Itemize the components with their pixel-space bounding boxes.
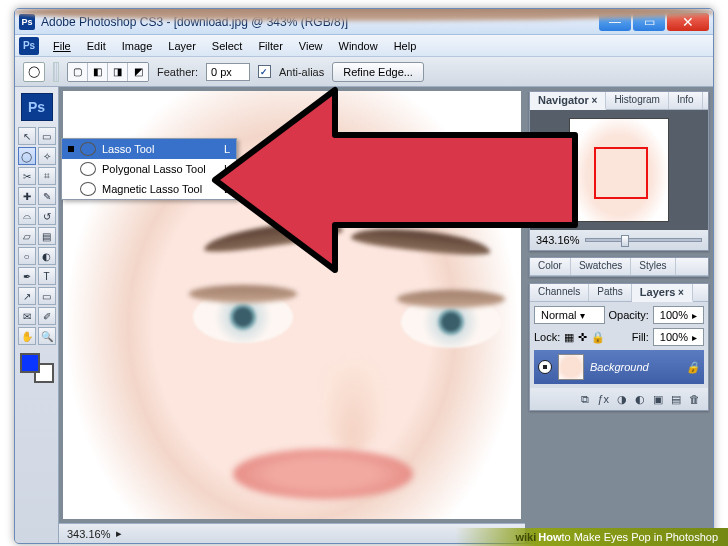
lock-icon: 🔒 [686,361,700,374]
eyedropper-tool[interactable]: ✐ [38,307,56,325]
opacity-label: Opacity: [609,309,649,321]
fill-label: Fill: [632,331,649,343]
toolbox: Ps ↖ ▭ ◯ ✧ ✂ ⌗ ✚ ✎ ⌓ ↺ ▱ ▤ ○ ◐ ✒ T ↗ ▭ ✉ [15,87,59,543]
tab-channels[interactable]: Channels [530,284,589,301]
menu-edit[interactable]: Edit [79,38,114,54]
anti-alias-checkbox[interactable]: ✓ [258,65,271,78]
menu-filter[interactable]: Filter [250,38,290,54]
feather-input[interactable]: 0 px [206,63,250,81]
zoom-slider[interactable] [585,238,702,242]
sel-int[interactable]: ◩ [128,63,148,81]
panel-dock: Navigator × Histogram Info 343.16% Color [525,87,713,543]
path-tool[interactable]: ↗ [18,287,36,305]
quick-select-tool[interactable]: ✧ [38,147,56,165]
navigator-viewport-rect[interactable] [594,147,648,199]
stamp-tool[interactable]: ⌓ [18,207,36,225]
type-tool[interactable]: T [38,267,56,285]
menu-select[interactable]: Select [204,38,251,54]
sel-sub[interactable]: ◨ [108,63,128,81]
navigator-panel: Navigator × Histogram Info 343.16% [529,91,709,251]
new-layer-icon[interactable]: ▤ [671,393,681,406]
link-layers-icon[interactable]: ⧉ [581,393,589,406]
lasso-icon [80,142,96,156]
delete-layer-icon[interactable]: 🗑 [689,393,700,405]
navigator-thumb [569,118,669,222]
lasso-tool[interactable]: ◯ [18,147,36,165]
move-tool[interactable]: ↖ [18,127,36,145]
menu-layer[interactable]: Layer [160,38,204,54]
color-swatches[interactable] [20,353,54,383]
adjustment-icon[interactable]: ◐ [635,393,645,406]
tab-navigator[interactable]: Navigator × [530,92,606,110]
gradient-tool[interactable]: ▤ [38,227,56,245]
tab-styles[interactable]: Styles [631,258,675,275]
menu-file[interactable]: File [45,38,79,54]
lock-all-icon[interactable]: 🔒 [591,331,605,344]
flyout-lasso-label: Lasso Tool [102,143,154,155]
layer-name[interactable]: Background [590,361,649,373]
layer-row-background[interactable]: Background 🔒 [534,350,704,384]
refine-edge-button[interactable]: Refine Edge... [332,62,424,82]
mask-icon[interactable]: ◑ [617,393,627,406]
tool-preset-icon[interactable]: ◯ [23,62,45,82]
menu-window[interactable]: Window [331,38,386,54]
flyout-poly-label: Polygonal Lasso Tool [102,163,206,175]
menu-help[interactable]: Help [386,38,425,54]
tab-info[interactable]: Info [669,92,703,109]
sel-new[interactable]: ▢ [68,63,88,81]
dodge-tool[interactable]: ◐ [38,247,56,265]
navigator-preview[interactable] [530,110,708,230]
grip-icon[interactable] [53,62,59,82]
navigator-zoom[interactable]: 343.16% [536,234,579,246]
tab-swatches[interactable]: Swatches [571,258,631,275]
flyout-lasso[interactable]: Lasso Tool L [62,139,236,159]
visibility-icon[interactable] [538,360,552,374]
tab-color[interactable]: Color [530,258,571,275]
opacity-input[interactable]: 100% ▸ [653,306,704,324]
lasso-flyout-menu: Lasso Tool L Polygonal Lasso Tool L Magn… [61,138,237,200]
menu-image[interactable]: Image [114,38,161,54]
layers-panel: Channels Paths Layers × Normal ▾ Opacity… [529,283,709,411]
flyout-magnetic-label: Magnetic Lasso Tool [102,183,202,195]
crop-tool[interactable]: ✂ [18,167,36,185]
color-panel: Color Swatches Styles [529,257,709,277]
fx-icon[interactable]: ƒx [597,393,609,405]
blend-mode-select[interactable]: Normal ▾ [534,306,605,324]
magnetic-lasso-icon [80,182,96,196]
sel-add[interactable]: ◧ [88,63,108,81]
flyout-magnetic-key: L [224,183,230,195]
fill-input[interactable]: 100% ▸ [653,328,704,346]
group-icon[interactable]: ▣ [653,393,663,406]
brush-tool[interactable]: ✎ [38,187,56,205]
hand-tool[interactable]: ✋ [18,327,36,345]
flyout-magnetic-lasso[interactable]: Magnetic Lasso Tool L [62,179,236,199]
selection-mode-group: ▢ ◧ ◨ ◩ [67,62,149,82]
app-window: Ps Adobe Photoshop CS3 - [download.jpg @… [14,8,714,544]
tab-histogram[interactable]: Histogram [606,92,669,109]
shape-tool[interactable]: ▭ [38,287,56,305]
eraser-tool[interactable]: ▱ [18,227,36,245]
slice-tool[interactable]: ⌗ [38,167,56,185]
menu-view[interactable]: View [291,38,331,54]
blur-tool[interactable]: ○ [18,247,36,265]
marquee-tool[interactable]: ▭ [38,127,56,145]
tab-layers[interactable]: Layers × [632,284,693,302]
anti-alias-label: Anti-alias [279,66,324,78]
status-arrow-icon[interactable]: ▸ [116,527,122,540]
zoom-tool[interactable]: 🔍 [38,327,56,345]
lock-pixels-icon[interactable]: ▦ [564,331,574,344]
lock-position-icon[interactable]: ✜ [578,331,587,344]
healing-tool[interactable]: ✚ [18,187,36,205]
foreground-color[interactable] [20,353,40,373]
history-brush-tool[interactable]: ↺ [38,207,56,225]
ps-logo-icon: Ps [21,93,53,121]
pen-tool[interactable]: ✒ [18,267,36,285]
flyout-poly-lasso[interactable]: Polygonal Lasso Tool L [62,159,236,179]
app-icon: Ps [19,14,35,30]
menu-bar: Ps File Edit Image Layer Select Filter V… [15,35,713,57]
poly-lasso-icon [80,162,96,176]
layer-thumb [558,354,584,380]
tab-paths[interactable]: Paths [589,284,632,301]
ps-badge-icon: Ps [19,37,39,55]
notes-tool[interactable]: ✉ [18,307,36,325]
